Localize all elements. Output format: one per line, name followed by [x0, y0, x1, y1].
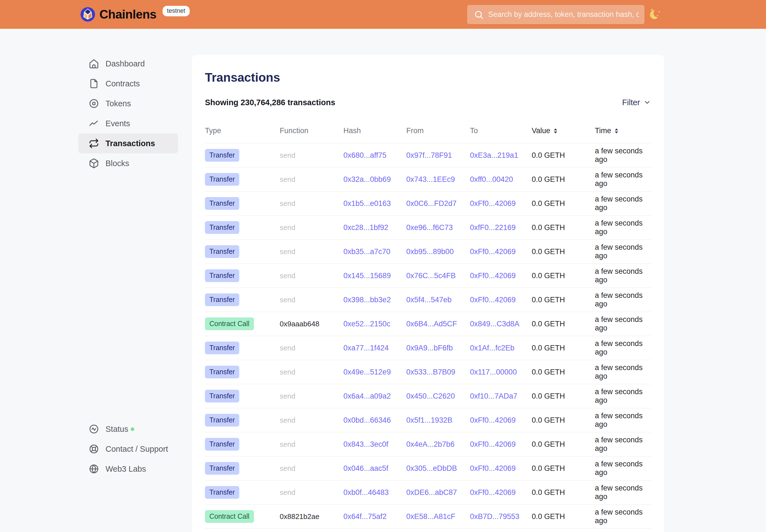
tx-to-link[interactable]: 0x1Af...fc2Eb [470, 344, 515, 352]
tx-from-link[interactable]: 0xb95...89b00 [406, 247, 454, 256]
tx-to-link[interactable]: 0xFf0...42069 [470, 416, 516, 425]
sidebar-item-web3-labs[interactable]: Web3 Labs [78, 459, 178, 479]
tx-hash-link[interactable]: 0x0bd...66346 [343, 416, 391, 425]
table-row: Transfersend0x32a...0bb690x743...1EEc90x… [205, 167, 651, 192]
tx-to-link[interactable]: 0xFf0...42069 [470, 272, 516, 280]
filter-button[interactable]: Filter [622, 98, 651, 107]
tx-value: 0.0 GETH [532, 296, 595, 304]
tx-hash-link[interactable]: 0x49e...512e9 [343, 368, 391, 376]
column-header-to: To [470, 126, 532, 135]
tx-to-link[interactable]: 0xFf0...42069 [470, 440, 516, 449]
tx-to-link[interactable]: 0xFf0...42069 [470, 199, 516, 208]
sidebar-item-label: Transactions [105, 139, 155, 148]
home-icon [89, 58, 99, 69]
tx-from-link[interactable]: 0x5f1...1932B [406, 416, 453, 425]
tx-to-link[interactable]: 0x117...00000 [470, 368, 517, 376]
table-row: Transfersend0x145...156890x76C...5c4FB0x… [205, 264, 651, 288]
tx-value: 0.0 GETH [532, 272, 595, 280]
tx-function: 0x8821b2ae [280, 512, 343, 521]
tx-from-link[interactable]: 0x9A9...bF6fb [406, 344, 453, 352]
tx-function: send [280, 368, 343, 376]
sidebar-item-transactions[interactable]: Transactions [78, 133, 178, 153]
tx-hash-link[interactable]: 0x046...aac5f [343, 464, 388, 473]
status-icon [89, 424, 99, 434]
table-row: Transfersend0xa77...1f4240x9A9...bF6fb0x… [205, 336, 651, 360]
sidebar-item-blocks[interactable]: Blocks [78, 153, 178, 173]
filter-button-label: Filter [622, 98, 640, 107]
tx-function: send [280, 223, 343, 232]
tx-hash-link[interactable]: 0xb35...a7c70 [343, 247, 391, 256]
dark-mode-toggle[interactable] [648, 7, 662, 22]
tx-hash-link[interactable]: 0xc28...1bf92 [343, 223, 388, 232]
tx-from-link[interactable]: 0x0C6...FD2d7 [406, 199, 457, 208]
tx-hash-link[interactable]: 0x64f...75af2 [343, 512, 387, 521]
top-header: Chainlens testnet [0, 0, 766, 29]
tx-to-link[interactable]: 0xFf0...42069 [470, 296, 516, 304]
tx-hash-link[interactable]: 0xa77...1f424 [343, 344, 389, 352]
tx-time: a few seconds ago [595, 195, 651, 212]
tx-from-link[interactable]: 0x97f...78F91 [406, 151, 452, 160]
tx-hash-link[interactable]: 0xe52...2150c [343, 320, 391, 328]
tx-time: a few seconds ago [595, 171, 651, 188]
sidebar-item-label: Contracts [105, 79, 140, 88]
tx-hash-link[interactable]: 0x32a...0bb69 [343, 175, 391, 184]
tx-from-link[interactable]: 0x76C...5c4FB [406, 272, 456, 280]
tx-hash-link[interactable]: 0x6a4...a09a2 [343, 392, 391, 401]
tx-hash-link[interactable]: 0x1b5...e0163 [343, 199, 391, 208]
tx-from-link[interactable]: 0x305...eDbDB [406, 464, 457, 473]
transactions-count: Showing 230,764,286 transactions [205, 98, 335, 107]
sidebar-item-contracts[interactable]: Contracts [78, 74, 178, 94]
tx-function: send [280, 464, 343, 473]
tx-to-link[interactable]: 0x849...C3d8A [470, 320, 520, 328]
tx-to-link[interactable]: 0xE3a...219a1 [470, 151, 518, 160]
sidebar-item-status[interactable]: Status [78, 419, 178, 439]
tx-time: a few seconds ago [595, 243, 651, 260]
tx-hash-link[interactable]: 0x145...15689 [343, 272, 391, 280]
tx-from-link[interactable]: 0xDE6...abC87 [406, 488, 457, 497]
search-icon [474, 10, 484, 20]
tx-type-badge: Contract Call [205, 510, 254, 523]
tx-from-link[interactable]: 0x4eA...2b7b6 [406, 440, 455, 449]
tx-to-link[interactable]: 0xB7D...79553 [470, 512, 520, 521]
tx-from-link[interactable]: 0xe96...f6C73 [406, 223, 453, 232]
tx-hash-link[interactable]: 0x680...aff75 [343, 151, 387, 160]
tx-from-link[interactable]: 0x5f4...547eb [406, 296, 452, 304]
tx-time: a few seconds ago [595, 484, 651, 501]
search-input[interactable] [467, 5, 644, 24]
tx-from-link[interactable]: 0x6B4...Ad5CF [406, 320, 457, 328]
sidebar-item-contact-support[interactable]: Contact / Support [78, 439, 178, 459]
tx-from-link[interactable]: 0x533...B7B09 [406, 368, 455, 376]
tx-to-link[interactable]: 0xfF0...22169 [470, 223, 516, 232]
tx-type-badge: Transfer [205, 197, 239, 210]
tx-time: a few seconds ago [595, 147, 651, 164]
sidebar-item-events[interactable]: Events [78, 113, 178, 133]
tx-function: send [280, 440, 343, 449]
tx-hash-link[interactable]: 0x843...3ec0f [343, 440, 388, 449]
tx-value: 0.0 GETH [532, 368, 595, 376]
column-header-value[interactable]: Value [532, 126, 595, 135]
sidebar-item-dashboard[interactable]: Dashboard [78, 54, 178, 74]
tx-type-badge: Transfer [205, 366, 239, 378]
tx-to-link[interactable]: 0xff0...00420 [470, 175, 513, 184]
tx-to-link[interactable]: 0xFf0...42069 [470, 488, 516, 497]
tx-to-link[interactable]: 0xFf0...42069 [470, 247, 516, 256]
tx-from-link[interactable]: 0x743...1EEc9 [406, 175, 455, 184]
tx-hash-link[interactable]: 0xb0f...46483 [343, 488, 389, 497]
table-row: Transfersend0xc28...1bf920xe96...f6C730x… [205, 216, 651, 240]
column-header-type: Type [205, 126, 280, 135]
sidebar-item-tokens[interactable]: Tokens [78, 94, 178, 113]
tx-function: send [280, 199, 343, 208]
tx-to-link[interactable]: 0xf10...7ADa7 [470, 392, 517, 401]
table-row: Transfersend0xb0f...464830xDE6...abC870x… [205, 481, 651, 505]
tx-from-link[interactable]: 0x450...C2620 [406, 392, 455, 401]
network-badge: testnet [162, 6, 190, 16]
tx-value: 0.0 GETH [532, 151, 595, 160]
tx-hash-link[interactable]: 0x398...bb3e2 [343, 296, 391, 304]
tx-type-badge: Transfer [205, 221, 239, 234]
tx-type-badge: Transfer [205, 245, 239, 258]
tx-to-link[interactable]: 0xFf0...42069 [470, 464, 516, 473]
column-header-time[interactable]: Time [595, 126, 651, 135]
tx-time: a few seconds ago [595, 339, 651, 357]
table-row: Transfersend0x1b5...e01630x0C6...FD2d70x… [205, 192, 651, 216]
tx-from-link[interactable]: 0xE58...A81cF [406, 512, 455, 521]
